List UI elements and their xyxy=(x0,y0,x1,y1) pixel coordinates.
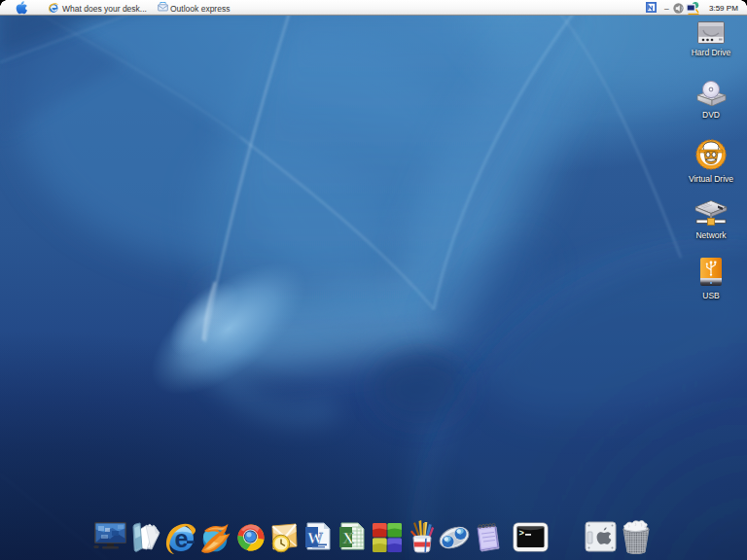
svg-text:W: W xyxy=(307,530,323,546)
svg-text:X: X xyxy=(342,530,354,546)
svg-text:>: > xyxy=(519,529,524,539)
